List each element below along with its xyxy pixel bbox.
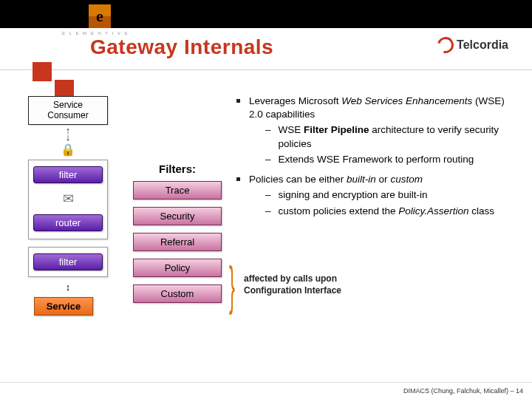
sub-bullet: –WSE Filter Pipeline architecture to ver… (265, 123, 510, 150)
filter2-box: filter (33, 253, 103, 270)
service-consumer-box: Service Consumer (28, 96, 108, 125)
filter-router-group: filter ✉ router (28, 160, 108, 239)
bullet-text-italic: Web Services Enhancements (341, 95, 472, 106)
double-arrow-icon: ↑↓ (28, 127, 108, 140)
sub-text-bold: Filter Pipeline (304, 124, 369, 135)
affected-line1: affected by calls upon (244, 273, 341, 285)
lock-icon: 🔒 (28, 143, 108, 157)
sub-text: signing and encryption are built-in (279, 188, 428, 202)
mail-icon: ✉ (33, 191, 103, 207)
telcordia-ring-icon (434, 34, 457, 56)
sub-text: custom policies extend the (279, 205, 399, 216)
filters-column: Filters: Trace Security Referral Policy … (133, 163, 222, 310)
filter-referral: Referral (133, 233, 222, 251)
telcordia-logo: Telcordia (437, 37, 508, 53)
bullet-square-icon (236, 99, 240, 103)
filter-trace: Trace (133, 181, 222, 200)
elementive-logo: e (89, 4, 111, 28)
sub-bullet: –custom policies extend the Policy.Asser… (265, 205, 494, 218)
service-consumer-line1: Service (30, 100, 106, 110)
bullet-text: Leverages Microsoft (249, 95, 341, 106)
bullet-text-italic: custom (390, 174, 423, 185)
telcordia-text: Telcordia (457, 38, 508, 52)
curly-brace-icon: } (229, 255, 235, 316)
bullet-text-italic: built-in (347, 174, 376, 185)
sub-bullet: –Extends WSE Framework to perform routin… (265, 153, 510, 166)
sub-bullet: –signing and encryption are built-in (265, 188, 494, 202)
filters-heading: Filters: (133, 163, 222, 175)
page-title: Gateway Internals (90, 35, 273, 59)
router-box: router (33, 214, 103, 231)
affected-line2: Configuration Interface (244, 285, 341, 297)
dash-icon: – (265, 153, 271, 166)
dash-icon: – (265, 205, 271, 218)
service-consumer-line2: Consumer (30, 110, 106, 120)
filter-policy: Policy (133, 259, 222, 277)
bullet-text: or (376, 174, 391, 185)
double-arrow-icon: ↕ (28, 282, 108, 293)
footer-divider (0, 382, 532, 383)
filter-box: filter (33, 166, 103, 183)
title-underline (0, 69, 532, 70)
bullet-square-icon (236, 177, 240, 181)
sub-text-italic: Policy.Assertion (398, 205, 468, 216)
red-square-icon (33, 62, 52, 81)
sub-text: Extends WSE Framework to perform routing (279, 153, 474, 166)
bullet-2-text: Policies can be either built-in or custo… (249, 173, 494, 220)
dash-icon: – (265, 188, 271, 202)
bullet-1-text: Leverages Microsoft Web Services Enhance… (249, 95, 510, 168)
pipeline-column: Service Consumer ↑↓ 🔒 filter ✉ router fi… (28, 96, 108, 316)
bullet-1: Leverages Microsoft Web Services Enhance… (236, 95, 510, 168)
bullet-text: Policies can be either (249, 174, 347, 185)
affected-note: affected by calls upon Configuration Int… (244, 273, 341, 296)
service-box: Service (34, 297, 93, 316)
filter2-group: filter (28, 247, 108, 277)
footer-text: DIMACS (Chung, Falchuk, Micallef) – 14 (403, 387, 523, 395)
e-logo-glyph: e (96, 7, 103, 26)
dash-icon: – (265, 123, 271, 150)
sub-text: WSE (279, 124, 304, 135)
filter-security: Security (133, 207, 222, 225)
sub-text: class (468, 205, 494, 216)
top-bar (0, 0, 532, 28)
bullet-content: Leverages Microsoft Web Services Enhance… (236, 95, 510, 225)
bullet-2: Policies can be either built-in or custo… (236, 173, 510, 220)
filter-custom: Custom (133, 284, 222, 303)
